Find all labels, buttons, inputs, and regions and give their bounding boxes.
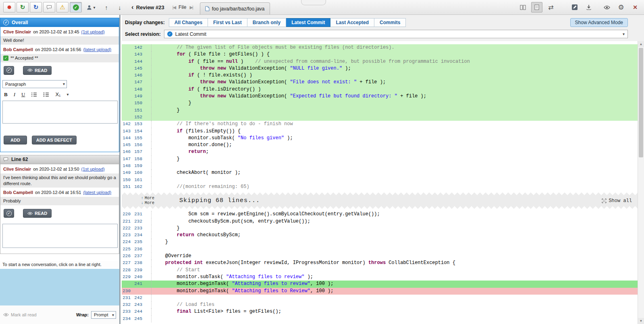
upload-link[interactable]: (latest upload) — [83, 47, 111, 52]
collapsed-panel-handle[interactable] — [301, 0, 326, 5]
filter-commits[interactable]: Commits — [374, 18, 406, 27]
code-line[interactable]: 144 if ( file == null ) // unexpected fr… — [122, 58, 638, 65]
prev-file-button[interactable]: |◀ — [172, 5, 175, 10]
code-line[interactable]: 148 if ( file.isDirectory() ) — [122, 86, 638, 93]
add-as-defect-button[interactable]: ADD AS DEFECT — [32, 136, 77, 144]
reply-textarea[interactable] — [2, 224, 118, 248]
bullet-list-button[interactable] — [43, 92, 49, 97]
filter-branch-only[interactable]: Branch only — [247, 18, 286, 27]
add-comment-button[interactable]: ADD — [4, 136, 27, 144]
code-line[interactable]: 229240 monitor.subTask( "Attaching files… — [122, 274, 638, 281]
scroll-down-button[interactable]: ▼ — [638, 318, 644, 324]
filter-latest-commit[interactable]: Latest Commit — [286, 18, 330, 27]
new-comment-textarea[interactable] — [2, 101, 118, 124]
code-line[interactable]: 144155 monitor.subTask( "No files given"… — [122, 135, 638, 142]
code-line[interactable]: 148159 — [122, 163, 638, 169]
refresh-review-button[interactable]: ↻ — [30, 2, 42, 12]
underline-button[interactable]: U — [21, 91, 25, 98]
code-line[interactable]: 147158 } — [122, 156, 638, 163]
code-line[interactable]: 145156 monitor.done(); — [122, 142, 638, 149]
code-line[interactable]: 220231 Scm scm = review.getEngine().scmB… — [122, 211, 638, 218]
refresh-materials-button[interactable]: ↻ — [17, 2, 29, 12]
code-line[interactable]: 234245 — [122, 316, 638, 322]
code-line[interactable]: 224235 } — [122, 239, 638, 246]
layout-columns-button[interactable] — [517, 2, 528, 12]
check-circle-icon: ✓ — [167, 31, 172, 37]
mark-accepted-button[interactable]: ✓ — [4, 66, 14, 75]
code-line[interactable]: 149 throw new ValidationException( "Expe… — [122, 93, 638, 100]
download-button[interactable] — [583, 2, 594, 12]
read-button[interactable]: READ — [23, 66, 52, 75]
code-line[interactable]: 233244 final List<File> files = getFiles… — [122, 308, 638, 315]
code-line[interactable]: 232243 // Load files — [122, 301, 638, 308]
mark-accepted-button[interactable]: ✓ — [4, 209, 14, 218]
torn-edge-bottom — [122, 206, 638, 209]
back-chevron-icon[interactable]: ‹ — [131, 3, 134, 11]
more-formats-button[interactable]: ▾ — [67, 92, 69, 97]
code-line[interactable]: 227238 protected int executeJson(Integer… — [122, 260, 638, 266]
code-line[interactable]: 142 // The given list of File objects mu… — [122, 44, 638, 51]
show-advanced-mode-button[interactable]: Show Advanced Mode — [570, 18, 628, 27]
code-line[interactable]: 228239 // Start — [122, 267, 638, 274]
upload-link[interactable]: (1st upload) — [81, 29, 105, 34]
code-line[interactable]: 223234 return checkoutsByScm; — [122, 232, 638, 239]
scroll-up-button[interactable]: ▲ — [638, 41, 644, 47]
mark-all-read-button[interactable]: Mark all read — [3, 312, 37, 317]
watch-button[interactable] — [601, 2, 613, 12]
code-line[interactable]: 143154 if (files.isEmpty()) { — [122, 128, 638, 135]
upload-link[interactable]: (latest upload) — [83, 190, 111, 195]
unified-view-button[interactable] — [531, 2, 542, 12]
bold-button[interactable]: B — [4, 91, 8, 98]
warnings-button[interactable]: ⚠ — [56, 2, 69, 12]
close-review-button[interactable]: ✕ — [629, 2, 641, 12]
defect-log-button[interactable] — [3, 2, 15, 12]
next-file-button[interactable]: ▶| — [189, 5, 192, 10]
filter-last-accepted[interactable]: Last Accepted — [330, 18, 374, 27]
conversations-button[interactable] — [43, 2, 55, 12]
code-line[interactable]: 221232 checkoutsByScm.put(scm, entry.get… — [122, 218, 638, 225]
paragraph-style-select[interactable]: Paragraph ▾ — [2, 80, 67, 88]
user-menu-button[interactable]: ▾ — [83, 2, 99, 12]
code-line[interactable]: 145 throw new ValidationException( "NULL… — [122, 65, 638, 72]
next-comment-button[interactable]: ↓ — [114, 2, 126, 12]
code-line[interactable]: 230 monitor.beginTask( "Attaching files … — [122, 288, 638, 295]
code-line[interactable]: 151 } — [122, 107, 638, 114]
code-line[interactable]: 149160 checkAbort( monitor ); — [122, 169, 638, 176]
filter-all-changes[interactable]: All Changes — [169, 18, 208, 27]
wrap-select[interactable]: Prompt ▾ — [91, 311, 116, 319]
scrollbar-thumb[interactable] — [639, 48, 643, 157]
code-line[interactable]: 142153 // If there's nothing to do - fin… — [122, 121, 638, 128]
compare-button[interactable]: ⇄ — [545, 2, 557, 12]
revision-select[interactable]: ✓ Latest Commit ▾ — [164, 30, 628, 38]
overall-header[interactable]: ✓ Overall — [0, 18, 119, 27]
code-line[interactable]: 241 monitor.beginTask( "Attaching files … — [122, 281, 638, 287]
code-line[interactable]: 147 throw new ValidationException( "File… — [122, 79, 638, 86]
ordered-list-button[interactable] — [31, 92, 37, 97]
code-line[interactable]: 150161 — [122, 177, 638, 184]
upload-link[interactable]: (1st upload) — [81, 167, 105, 171]
code-line[interactable]: 152 — [122, 114, 638, 121]
code-line[interactable]: 150 } — [122, 100, 638, 107]
show-all-button[interactable]: Show all — [602, 198, 632, 204]
line-62-header[interactable]: Line 62 — [0, 155, 119, 164]
code-line[interactable]: 143 for ( File file : getFiles() ) { — [122, 51, 638, 58]
vertical-scrollbar[interactable]: ▲ ▼ — [638, 41, 644, 324]
approve-button[interactable]: ✓ — [70, 2, 82, 12]
code-line[interactable]: 225236 — [122, 246, 638, 253]
italic-button[interactable]: I — [14, 91, 15, 98]
code-line[interactable]: 226237 @Override — [122, 253, 638, 260]
code-line[interactable]: 146 if ( ! file.exists() ) — [122, 72, 638, 79]
external-edit-button[interactable] — [569, 2, 580, 12]
settings-button[interactable]: ⚙ — [615, 2, 627, 12]
file-tab[interactable]: foo java/bar/baz/foo.java — [200, 2, 270, 14]
code-line[interactable]: 151162 //(monitor remaining: 65) — [122, 184, 638, 190]
prev-comment-button[interactable]: ↑ — [100, 2, 112, 12]
code-line[interactable]: 222233 } — [122, 225, 638, 232]
code-line[interactable]: 146157 return; — [122, 149, 638, 155]
expand-down-button[interactable]: ↓More — [141, 201, 154, 205]
subscript-button[interactable]: X1 — [55, 91, 60, 97]
expand-up-button[interactable]: ↑More — [141, 196, 154, 200]
read-button[interactable]: READ — [23, 209, 52, 218]
filter-first-vs-last[interactable]: First vs Last — [208, 18, 247, 27]
code-line[interactable]: 231242 — [122, 295, 638, 301]
